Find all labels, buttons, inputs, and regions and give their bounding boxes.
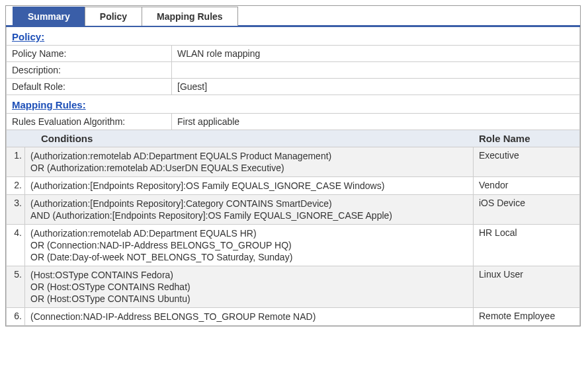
rule-number: 3. xyxy=(7,195,25,224)
rules-body: 1.(Authorization:remotelab AD:Department… xyxy=(6,147,580,326)
rule-number: 1. xyxy=(7,147,25,176)
rule-row: 3.(Authorization:[Endpoints Repository]:… xyxy=(6,195,580,225)
tab-mapping-rules[interactable]: Mapping Rules xyxy=(142,7,238,26)
rule-number: 5. xyxy=(7,266,25,307)
rule-number: 2. xyxy=(7,177,25,194)
rule-condition-line: (Connection:NAD-IP-Address BELONGS_TO_GR… xyxy=(30,311,468,323)
rule-condition-line: (Host:OSType CONTAINS Fedora) xyxy=(30,269,468,281)
table-row: Rules Evaluation Algorithm: First applic… xyxy=(7,114,580,130)
rules-header-role: Role Name xyxy=(474,130,579,147)
tab-summary[interactable]: Summary xyxy=(13,7,85,26)
rules-header-spacer xyxy=(7,130,25,147)
rule-role-name: Executive xyxy=(474,147,579,176)
rule-role-name: Vendor xyxy=(474,177,579,194)
rule-conditions: (Connection:NAD-IP-Address BELONGS_TO_GR… xyxy=(25,308,474,325)
rule-role-name: Remote Employee xyxy=(474,308,579,325)
rules-algo-value: First applicable xyxy=(172,114,580,130)
mapping-algo-table: Rules Evaluation Algorithm: First applic… xyxy=(6,114,580,130)
mapping-rules-section-header: Mapping Rules: xyxy=(6,95,580,114)
rule-condition-line: OR (Date:Day-of-week NOT_BELONGS_TO Satu… xyxy=(30,251,468,263)
rule-number: 4. xyxy=(7,225,25,266)
rule-row: 5.(Host:OSType CONTAINS Fedora)OR (Host:… xyxy=(6,266,580,308)
rule-condition-line: (Authorization:remotelab AD:Department E… xyxy=(30,227,468,239)
rule-role-name: Linux User xyxy=(474,266,579,307)
rule-row: 4.(Authorization:remotelab AD:Department… xyxy=(6,225,580,266)
policy-name-label: Policy Name: xyxy=(7,46,172,62)
default-role-label: Default Role: xyxy=(7,79,172,95)
description-label: Description: xyxy=(7,62,172,79)
rules-algo-label: Rules Evaluation Algorithm: xyxy=(7,114,172,130)
table-row: Policy Name: WLAN role mapping xyxy=(7,46,580,62)
rules-header-conditions: Conditions xyxy=(25,130,474,147)
table-row: Description: xyxy=(7,62,580,79)
rule-condition-line: (Authorization:[Endpoints Repository]:OS… xyxy=(30,180,468,192)
tab-policy[interactable]: Policy xyxy=(85,7,142,26)
rule-row: 2.(Authorization:[Endpoints Repository]:… xyxy=(6,177,580,195)
rule-number: 6. xyxy=(7,308,25,325)
policy-details-table: Policy Name: WLAN role mapping Descripti… xyxy=(6,46,580,95)
rule-condition-line: AND (Authorization:[Endpoints Repository… xyxy=(30,210,468,221)
rule-role-name: iOS Device xyxy=(474,195,579,224)
default-role-value: [Guest] xyxy=(172,79,580,95)
rule-condition-line: OR (Host:OSType CONTAINS Ubuntu) xyxy=(30,293,468,305)
policy-section-header: Policy: xyxy=(6,27,580,46)
rule-condition-line: OR (Host:OSType CONTAINS Redhat) xyxy=(30,281,468,293)
tab-bar: Summary Policy Mapping Rules xyxy=(6,6,580,27)
rule-role-name: HR Local xyxy=(474,225,579,266)
rule-condition-line: (Authorization:[Endpoints Repository]:Ca… xyxy=(30,198,468,210)
summary-panel: Summary Policy Mapping Rules Policy: Pol… xyxy=(5,5,581,326)
rule-row: 1.(Authorization:remotelab AD:Department… xyxy=(6,147,580,177)
rule-condition-line: OR (Authorization:remotelab AD:UserDN EQ… xyxy=(30,162,468,174)
rule-conditions: (Host:OSType CONTAINS Fedora)OR (Host:OS… xyxy=(25,266,474,307)
table-row: Default Role: [Guest] xyxy=(7,79,580,95)
rules-header-row: Conditions Role Name xyxy=(6,130,580,147)
rule-row: 6.(Connection:NAD-IP-Address BELONGS_TO_… xyxy=(6,308,580,326)
rule-condition-line: OR (Connection:NAD-IP-Address BELONGS_TO… xyxy=(30,239,468,251)
policy-name-value: WLAN role mapping xyxy=(172,46,580,62)
rule-conditions: (Authorization:remotelab AD:Department E… xyxy=(25,225,474,266)
rule-condition-line: (Authorization:remotelab AD:Department E… xyxy=(30,150,468,162)
rule-conditions: (Authorization:[Endpoints Repository]:Ca… xyxy=(25,195,474,224)
description-value xyxy=(172,62,580,79)
rule-conditions: (Authorization:[Endpoints Repository]:OS… xyxy=(25,177,474,194)
rule-conditions: (Authorization:remotelab AD:Department E… xyxy=(25,147,474,176)
